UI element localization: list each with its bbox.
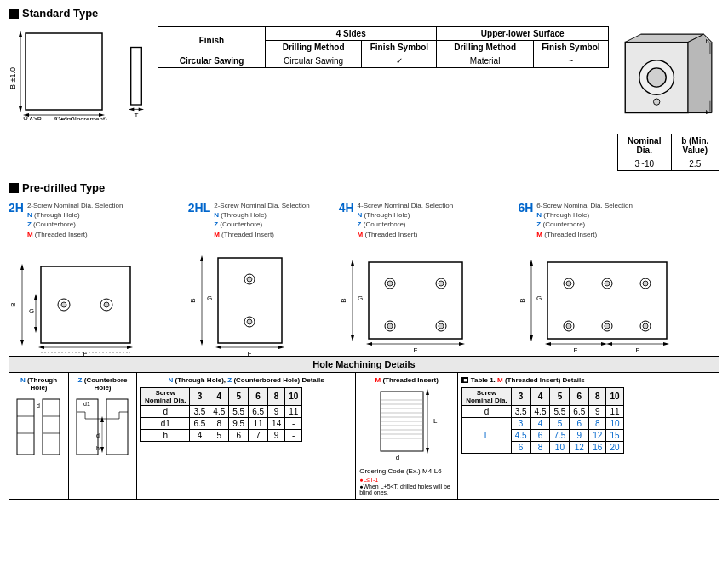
upper-lower-header: Upper-lower Surface (437, 27, 609, 41)
header-square-icon (9, 9, 19, 19)
svg-marker-58 (215, 346, 221, 349)
svg-marker-105 (663, 342, 669, 346)
t1-d-6: 6.5 (570, 405, 589, 417)
svg-marker-127 (100, 447, 104, 453)
t1-l3-8: 16 (589, 441, 606, 453)
type-4h-label: 4H (339, 201, 354, 215)
d1-4: 8 (209, 417, 229, 429)
d1-3: 6.5 (190, 417, 209, 429)
square-diagram-svg: B ±1.0 A ±1.0 A≥B (1mm Increment) (9, 26, 111, 120)
t1-l-label: L (462, 417, 511, 453)
t1-10: 10 (606, 387, 623, 405)
nominal-dia-header: Nominal Dia. (618, 134, 672, 157)
svg-marker-59 (278, 346, 284, 349)
svg-point-96 (605, 323, 610, 329)
nz-table-col: N (Through Hole), Z (Counterbored Hole) … (137, 373, 356, 499)
t1-l3-4: 8 (530, 441, 550, 453)
svg-rect-109 (43, 399, 60, 455)
circular-sawing-drilling: Circular Sawing (265, 54, 361, 68)
t1-5: 5 (550, 387, 570, 405)
table1-header: ■ Table 1. M (Threaded Insert) Details (461, 376, 715, 384)
svg-point-71 (439, 281, 444, 286)
t1-l2-4: 6 (530, 429, 550, 441)
svg-text:d: d (96, 432, 100, 438)
t1-l2-3: 4.5 (511, 429, 530, 441)
b-min-header: b (Min. Value) (671, 134, 719, 157)
ordering-note2: ●When L+5<T, drilled holes will be blind… (359, 484, 454, 495)
type-4h-desc: 4-Screw Nominal Dia. Selection N (Throug… (358, 201, 454, 239)
ordering-code: Ordering Code (Ex.) M4-L6 (359, 467, 454, 475)
finish-col-header: Finish (158, 27, 266, 54)
svg-marker-31 (20, 340, 24, 346)
h-5: 6 (229, 429, 249, 441)
t1-d-8: 9 (589, 405, 606, 417)
svg-text:B: B (519, 298, 526, 302)
circular-sawing-symbol1: ✓ (362, 54, 437, 68)
svg-text:A: A (413, 355, 418, 356)
d-8: 9 (268, 405, 285, 417)
svg-point-94 (566, 323, 571, 329)
circular-sawing-label: Circular Sawing (158, 54, 266, 68)
table-row: d 3.5 4.5 5.5 6.5 9 11 (141, 405, 302, 417)
svg-point-73 (387, 323, 393, 329)
m-threaded-header: M (Threaded Insert) (359, 376, 454, 384)
t1-screw-header: ScrewNominal Dia. (462, 387, 511, 405)
h-label: h (141, 429, 190, 441)
svg-rect-108 (17, 399, 34, 455)
t1-8: 8 (589, 387, 606, 405)
t1-l3-6: 12 (570, 441, 589, 453)
t1-4: 4 (530, 387, 550, 405)
table-row: h 4 5 6 7 9 - (141, 429, 302, 441)
drilling-method-header1: Drilling Method (265, 41, 361, 54)
svg-point-69 (387, 281, 393, 286)
svg-marker-14 (129, 108, 134, 112)
svg-rect-12 (131, 48, 142, 106)
svg-text:B: B (9, 302, 17, 306)
header-square2-icon (9, 183, 19, 193)
svg-text:B: B (189, 298, 197, 302)
svg-point-22 (647, 68, 666, 87)
type-4h-diagram: B G (339, 245, 467, 356)
t1-6: 6 (570, 387, 589, 405)
svg-rect-4 (26, 33, 102, 110)
nominal-table: Nominal Dia. b (Min. Value) 3~10 2.5 (617, 134, 719, 171)
h-8: 9 (268, 429, 285, 441)
finish-table: Finish 4 Sides Upper-lower Surface Drill… (158, 26, 609, 68)
svg-marker-140 (426, 389, 429, 395)
svg-marker-6 (23, 113, 29, 117)
type-6h-diagram: B G (518, 245, 671, 356)
svg-marker-64 (351, 260, 354, 266)
col-8: 8 (268, 387, 285, 405)
svg-marker-35 (34, 327, 37, 333)
t1-d-4: 4.5 (530, 405, 550, 417)
svg-text:F: F (247, 350, 251, 356)
svg-point-92 (643, 281, 648, 286)
hole-machining-header: Hole Machining Details (9, 357, 719, 373)
predrilled-types-container: 2H 2-Screw Nominal Dia. Selection N (Thr… (9, 201, 719, 356)
t1-l1-10: 10 (606, 417, 623, 429)
svg-text:b: b (705, 108, 708, 116)
h-4: 5 (209, 429, 229, 441)
svg-text:A: A (605, 355, 610, 356)
svg-point-56 (247, 319, 252, 324)
type-2hl-block: 2HL 2-Screw Nominal Dia. Selection N (Th… (188, 201, 332, 356)
nz-table-header: N (Through Hole), Z (Counterbored Hole) … (140, 376, 352, 384)
col-4: 4 (209, 387, 229, 405)
type-6h-block: 6H 6-Screw Nominal Dia. Selection N (Thr… (518, 201, 719, 356)
svg-rect-52 (218, 258, 282, 343)
col-5: 5 (229, 387, 249, 405)
svg-marker-104 (606, 342, 612, 346)
predrilled-type-header: Pre-drilled Type (9, 181, 719, 194)
standard-type-label: Standard Type (22, 7, 98, 20)
svg-marker-84 (530, 335, 533, 341)
drilling-method-header2: Drilling Method (437, 41, 533, 54)
b-min-value: 2.5 (671, 157, 719, 171)
right-diagram-svg: b b (617, 26, 719, 129)
standard-type-section: B ±1.0 A ±1.0 A≥B (1mm Increment) (9, 26, 719, 171)
svg-rect-67 (369, 262, 462, 339)
t1-l2-10: 15 (606, 429, 623, 441)
predrilled-type-label: Pre-drilled Type (22, 181, 105, 194)
svg-marker-49 (200, 255, 203, 261)
standard-type-header: Standard Type (9, 7, 719, 20)
svg-rect-115 (77, 399, 98, 455)
